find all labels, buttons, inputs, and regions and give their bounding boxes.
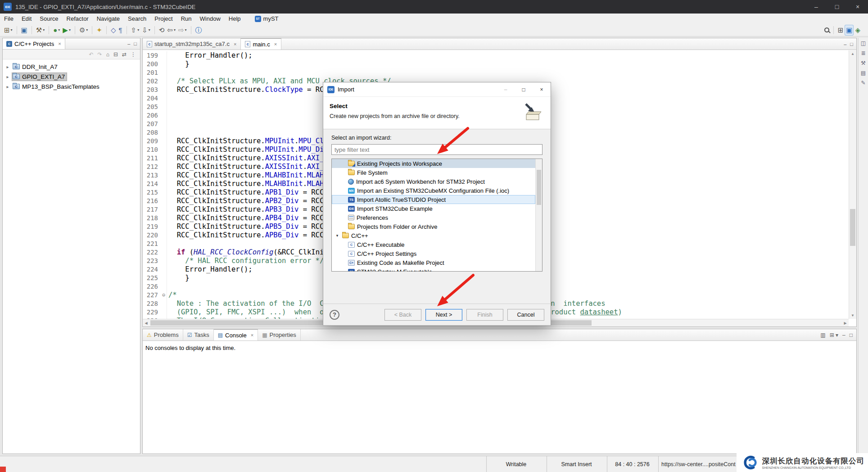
search-button[interactable] — [823, 25, 831, 36]
new-wizard-button[interactable]: ⊞▾ — [3, 25, 14, 36]
link-with-editor-icon[interactable]: ⇄ — [122, 52, 127, 57]
wizard-tree-scrollbar[interactable] — [535, 159, 542, 271]
menu-myst[interactable]: ST myST — [252, 14, 281, 23]
code-text[interactable] — [167, 120, 168, 128]
close-button[interactable]: × — [847, 0, 868, 14]
wizard-item-c-c[interactable]: ▾C/C++ — [332, 231, 535, 240]
edit-pencil-icon[interactable]: ✎ — [861, 80, 865, 86]
menu-help[interactable]: Help — [225, 14, 245, 23]
forward-history-icon[interactable]: ↷ — [98, 52, 102, 57]
view-menu-icon[interactable]: ⋮ — [131, 52, 136, 57]
next-button[interactable]: Next > — [425, 309, 462, 321]
next-annotation-button[interactable]: ⇩▾ — [140, 25, 152, 36]
menu-run[interactable]: Run — [177, 14, 196, 23]
wizard-item-c-c-project-settings[interactable]: CC/C++ Project Settings — [332, 249, 535, 258]
scroll-left-icon[interactable]: ◀ — [143, 319, 149, 327]
editor-tab-main-c[interactable]: cmain.c× — [241, 38, 281, 50]
maximize-button[interactable]: □ — [827, 0, 847, 14]
menu-navigate[interactable]: Navigate — [93, 14, 124, 23]
wizard-item-import-an-existing-stm32cubemx-configuration-file-ioc[interactable]: MXImport an Existing STM32CubeMX Configu… — [332, 186, 535, 195]
external-tools-button[interactable]: ⚙▾ — [78, 25, 89, 36]
code-text[interactable] — [167, 282, 168, 291]
console-tab-tasks[interactable]: ☑Tasks — [183, 329, 214, 340]
code-text[interactable]: } — [167, 274, 190, 282]
chevron-right-icon[interactable]: ▸ — [5, 74, 10, 79]
scroll-down-icon[interactable]: ▼ — [849, 312, 856, 319]
finish-button[interactable]: Finish — [466, 309, 503, 321]
debug-button[interactable]: ●▾ — [52, 25, 61, 36]
minimize-view-icon[interactable]: – — [842, 332, 845, 338]
outline-list-icon[interactable]: ≣ — [861, 50, 865, 56]
close-icon[interactable]: × — [251, 332, 253, 338]
wizard-item-import-stm32cube-example[interactable]: IDEImport STM32Cube Example — [332, 204, 535, 213]
wizard-item-file-system[interactable]: File System — [332, 168, 535, 177]
forward-history-button[interactable]: ⇨▾ — [177, 25, 188, 36]
chevron-right-icon[interactable]: ▸ — [5, 84, 10, 89]
build-button[interactable]: ⚒▾ — [35, 25, 46, 36]
minimize-view-button[interactable]: – — [127, 41, 130, 46]
back-history-icon[interactable]: ↶ — [89, 52, 94, 57]
dialog-maximize-button[interactable]: □ — [515, 82, 533, 96]
debug-perspective-button[interactable]: ◈ — [854, 25, 862, 36]
close-icon[interactable]: × — [274, 41, 277, 47]
minimize-button[interactable]: – — [806, 0, 827, 14]
wizard-item-preferences[interactable]: Preferences — [332, 213, 535, 222]
back-button[interactable]: < Back — [384, 309, 421, 321]
menu-window[interactable]: Window — [196, 14, 225, 23]
restore-panel-icon[interactable]: ◫ — [861, 41, 866, 46]
search-flashlight-button[interactable]: ✦ — [95, 25, 104, 36]
maximize-view-icon[interactable]: □ — [850, 332, 853, 338]
vertical-scrollbar[interactable]: ▲ ▼ — [849, 50, 856, 319]
code-text[interactable]: Error_Handler(); — [167, 51, 253, 60]
build-hammer-icon[interactable]: ⚒ — [861, 60, 866, 66]
tab-cpp-projects[interactable]: C C/C++ Projects × — [3, 38, 65, 49]
menu-edit[interactable]: Edit — [18, 14, 36, 23]
wizard-item-stm32-cortex-m-executable[interactable]: MSTM32 Cortex-M Executable — [332, 267, 535, 272]
menu-search[interactable]: Search — [124, 14, 150, 23]
fold-collapse-icon[interactable]: ⊖ — [161, 291, 167, 300]
home-icon[interactable]: ⌂ — [106, 52, 109, 57]
dialog-close-button[interactable]: × — [533, 82, 551, 96]
code-text[interactable] — [167, 94, 168, 103]
project-gpio-exti-a7[interactable]: ▸GPIO_EXTI_A7 — [3, 72, 140, 82]
console-tab-properties[interactable]: ▦Properties — [258, 329, 301, 340]
wizard-item-import-ac6-system-workbench-for-stm32-project[interactable]: Import ac6 System Workbench for STM32 Pr… — [332, 177, 535, 186]
code-text[interactable]: /* — [167, 291, 177, 300]
cancel-button[interactable]: Cancel — [507, 309, 544, 321]
wizard-filter-input[interactable] — [331, 144, 542, 155]
maximize-view-button[interactable]: □ — [134, 41, 137, 46]
menu-source[interactable]: Source — [36, 14, 62, 23]
editor-tab-startup-stm32mp135c-ca7-c[interactable]: cstartup_stm32mp135c_ca7.c× — [143, 38, 241, 50]
open-perspective-button[interactable]: ⊞ — [836, 25, 845, 36]
open-element-button[interactable]: ◇ — [109, 25, 118, 36]
menu-refactor[interactable]: Refactor — [63, 14, 93, 23]
previous-annotation-button[interactable]: ⇧▾ — [130, 25, 141, 36]
collapse-all-icon[interactable]: ⊟ — [113, 52, 118, 57]
wizard-tree-scroll-thumb[interactable] — [537, 170, 541, 205]
wizard-item-existing-projects-into-workspace[interactable]: Existing Projects into Workspace — [332, 159, 535, 168]
open-console-icon[interactable]: ⊞ ▾ — [830, 332, 838, 338]
code-text[interactable] — [167, 111, 168, 120]
cpp-perspective-button[interactable]: ▣ — [845, 25, 854, 36]
close-icon[interactable]: × — [58, 41, 61, 46]
scroll-up-icon[interactable]: ▲ — [849, 50, 856, 57]
maximize-view-button[interactable]: □ — [850, 41, 853, 47]
project-ddr-init-a7[interactable]: ▸DDR_Init_A7 — [3, 62, 140, 72]
close-icon[interactable]: × — [234, 41, 236, 47]
code-text[interactable]: Error_Handler(); — [167, 265, 253, 274]
dialog-title-bar[interactable]: IDE Import – □ × — [323, 82, 551, 97]
vertical-scroll-thumb[interactable] — [850, 209, 855, 246]
code-text[interactable]: /* HAL RCC configuration error */ — [167, 257, 324, 265]
wizard-item-projects-from-folder-or-archive[interactable]: Projects from Folder or Archive — [332, 222, 535, 231]
code-text[interactable] — [167, 128, 168, 137]
run-button[interactable]: ▶▾ — [61, 25, 72, 36]
console-tab-console[interactable]: ▤Console× — [214, 329, 258, 340]
code-text[interactable] — [167, 240, 168, 248]
info-button[interactable]: ⓘ — [194, 25, 203, 36]
dialog-minimize-button[interactable]: – — [497, 82, 515, 96]
wizard-item-import-atollic-truestudio-project[interactable]: TSImport Atollic TrueSTUDIO Project — [332, 195, 535, 204]
chevron-right-icon[interactable]: ▸ — [5, 64, 10, 69]
show-whitespace-button[interactable]: ¶ — [117, 25, 123, 36]
wizard-item-c-c-executable[interactable]: CC/C++ Executable — [332, 240, 535, 249]
display-selected-console-icon[interactable]: ▥ — [820, 332, 825, 338]
